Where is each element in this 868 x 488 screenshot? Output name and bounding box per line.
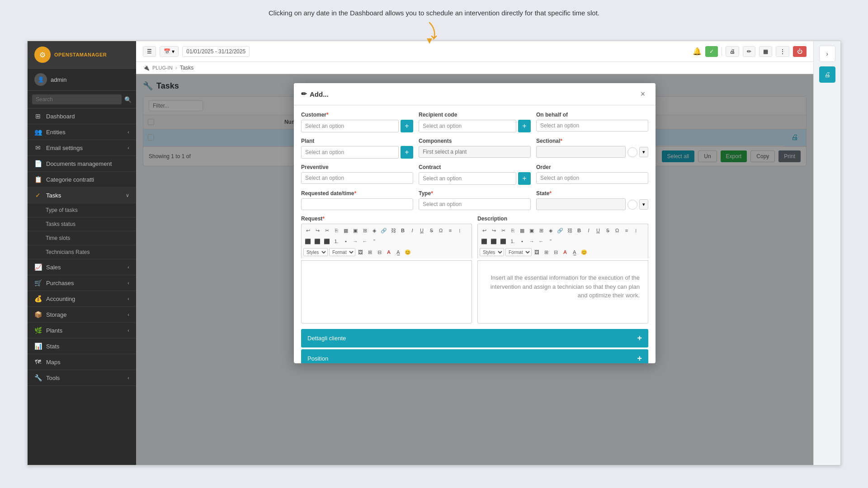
desc-ul-button[interactable]: •	[518, 237, 527, 246]
align-center-button[interactable]: ⬛	[313, 237, 322, 246]
description-editor-area[interactable]: Insert all the essential information for…	[477, 260, 648, 324]
user-section[interactable]: 👤 admin	[28, 69, 136, 91]
omega-button[interactable]: Ω	[436, 226, 445, 235]
underline-button[interactable]: U	[417, 226, 426, 235]
bold-button[interactable]: B	[398, 226, 407, 235]
table-insert-button[interactable]: ⊞	[365, 248, 374, 257]
recipient-code-select[interactable]: Select an option	[419, 120, 516, 132]
order-select[interactable]: Select an option	[536, 172, 648, 184]
table-button[interactable]: ▦	[341, 226, 350, 235]
desc-image-button[interactable]: 🖼	[532, 248, 541, 257]
accordion-position-header[interactable]: Position +	[301, 349, 648, 363]
sidebar-item-categorie[interactable]: 📋 Categorie contratti	[28, 172, 136, 188]
desc-emoji-button[interactable]: 😊	[580, 248, 589, 257]
search-input[interactable]	[32, 94, 122, 104]
plant-select[interactable]: Select an option	[301, 146, 399, 159]
state-input[interactable]: To plan	[536, 198, 626, 210]
customer-select[interactable]: Select an option	[301, 120, 399, 132]
copy-toolbar-button[interactable]: ⎘	[332, 226, 341, 235]
desc-align-button[interactable]: ≡	[622, 226, 631, 235]
sectional-dropdown[interactable]: ▾	[639, 147, 648, 157]
ol-button[interactable]: 1.	[332, 237, 341, 246]
contract-select[interactable]: Select an option	[419, 172, 516, 185]
desc-ol-button[interactable]: 1.	[508, 237, 517, 246]
desc-quote-button[interactable]: "	[546, 237, 555, 246]
more-options-button[interactable]: ⋮	[776, 46, 789, 57]
desc-bold-button[interactable]: B	[575, 226, 584, 235]
calendar-button[interactable]: 📅 ▾	[160, 46, 179, 57]
panel-print-button[interactable]: 🖨	[819, 66, 835, 83]
desc-omega-button[interactable]: Ω	[613, 226, 622, 235]
table-cols-button[interactable]: ⊟	[375, 248, 384, 257]
bell-icon[interactable]: 🔔	[693, 47, 702, 56]
sidebar-item-sales[interactable]: 📈 Sales ‹	[28, 259, 136, 275]
link-button[interactable]: 🔗	[379, 226, 388, 235]
desc-format-select[interactable]: Format	[505, 248, 532, 256]
desc-copy-button[interactable]: ⎘	[508, 226, 517, 235]
on-behalf-select[interactable]: Select an option	[536, 120, 648, 131]
unlink-button[interactable]: ⛓	[389, 226, 398, 235]
desc-table-button[interactable]: ⊞	[542, 248, 551, 257]
sidebar-item-tasks[interactable]: ✓ Tasks ∨	[28, 188, 136, 203]
sidebar-item-purchases[interactable]: 🛒 Purchases ‹	[28, 275, 136, 291]
desc-highlight-button[interactable]: A̲	[570, 248, 579, 257]
desc-strike-button[interactable]: S̶	[603, 226, 612, 235]
desc-font-button[interactable]: A	[561, 248, 570, 257]
desc-special-button[interactable]: ◈	[546, 226, 555, 235]
justify-button[interactable]: ⫶	[455, 226, 464, 235]
italic-button[interactable]: I	[408, 226, 417, 235]
state-dropdown[interactable]: ▾	[639, 199, 648, 210]
cut-button[interactable]: ✂	[322, 226, 331, 235]
sidebar-item-plants[interactable]: 🌿 Plants ‹	[28, 323, 136, 338]
format-select[interactable]: Format	[329, 248, 355, 256]
sidebar-item-maps[interactable]: 🗺 Maps	[28, 354, 136, 370]
state-radio[interactable]	[627, 200, 637, 210]
image-button[interactable]: 🖼	[356, 248, 365, 257]
emoji-button[interactable]: 😊	[403, 248, 412, 257]
highlight-button[interactable]: A̲	[394, 248, 403, 257]
table3-button[interactable]: ⊞	[360, 226, 369, 235]
search-area[interactable]: 🔍	[28, 91, 136, 108]
sidebar-sub-type-of-tasks[interactable]: Type of tasks	[28, 203, 136, 217]
sidebar-item-entities[interactable]: 👥 Entities ‹	[28, 124, 136, 140]
accordion-dettagli-header[interactable]: Dettagli cliente +	[301, 329, 648, 347]
desc-table1-button[interactable]: ▦	[518, 226, 527, 235]
align-left-button[interactable]: ⬛	[303, 237, 312, 246]
indent-button[interactable]: →	[351, 237, 360, 246]
desc-indent-button[interactable]: →	[527, 237, 536, 246]
desc-ac-button[interactable]: ⬛	[489, 237, 498, 246]
print-top-button[interactable]: 🖨	[726, 46, 739, 57]
strikethrough-button[interactable]: S̶	[427, 226, 436, 235]
power-button[interactable]: ⏻	[793, 46, 807, 57]
ul-button[interactable]: •	[341, 237, 350, 246]
sidebar-item-tools[interactable]: 🔧 Tools ‹	[28, 370, 136, 386]
desc-table3-button[interactable]: ⊞	[537, 226, 546, 235]
components-input[interactable]	[419, 146, 531, 158]
contract-add-button[interactable]: +	[518, 172, 531, 185]
sidebar-item-stats[interactable]: 📊 Stats	[28, 338, 136, 354]
align-right-button[interactable]: ⬛	[322, 237, 331, 246]
desc-undo-button[interactable]: ↩	[480, 226, 489, 235]
modal-close-button[interactable]: ×	[637, 89, 648, 99]
edit-top-button[interactable]: ✏	[743, 46, 755, 57]
outdent-button[interactable]: ←	[360, 237, 369, 246]
search-icon[interactable]: 🔍	[124, 96, 132, 103]
desc-redo-button[interactable]: ↪	[489, 226, 498, 235]
hamburger-button[interactable]: ☰	[143, 46, 156, 57]
preventive-select[interactable]: Select an option	[301, 172, 413, 184]
panel-chevron-button[interactable]: ›	[819, 46, 835, 62]
desc-unlink-button[interactable]: ⛓	[565, 226, 574, 235]
align-button[interactable]: ≡	[446, 226, 455, 235]
sidebar-sub-time-slots[interactable]: Time slots	[28, 231, 136, 245]
undo-button[interactable]: ↩	[303, 226, 312, 235]
desc-al-button[interactable]: ⬛	[480, 237, 489, 246]
plant-add-button[interactable]: +	[401, 146, 413, 159]
table2-button[interactable]: ▣	[351, 226, 360, 235]
desc-outdent-button[interactable]: ←	[537, 237, 546, 246]
customer-add-button[interactable]: +	[401, 120, 413, 132]
desc-underline-button[interactable]: U	[594, 226, 603, 235]
sidebar-sub-tasks-status[interactable]: Tasks status	[28, 217, 136, 231]
desc-styles-select[interactable]: Styles	[480, 248, 504, 256]
sectional-input[interactable]: Standard tasks (Sezionale)	[536, 146, 626, 158]
sidebar-item-storage[interactable]: 📦 Storage ‹	[28, 307, 136, 323]
